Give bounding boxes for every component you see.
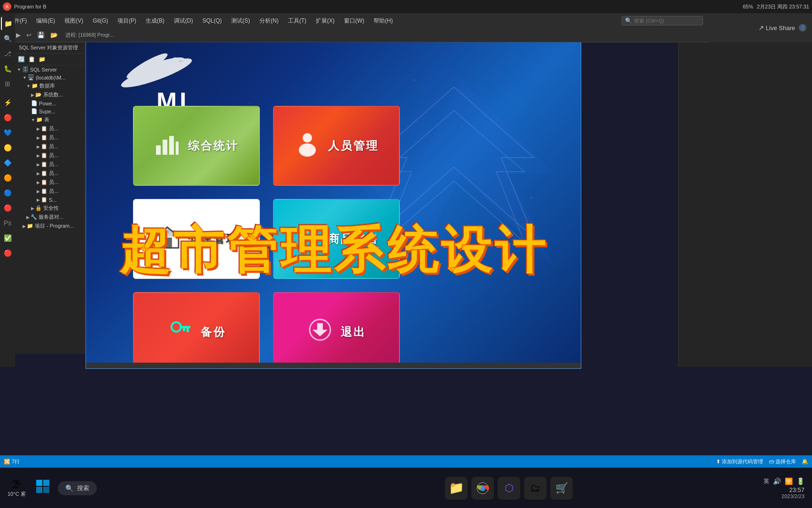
menu-sql[interactable]: SQL(Q) xyxy=(198,16,226,26)
taskbar-app-shop[interactable]: 🛒 xyxy=(550,477,573,500)
tree-item-supe[interactable]: 📄 Supe... xyxy=(15,107,84,115)
backup-button[interactable]: 备份 xyxy=(133,292,260,369)
live-share-bar: ↗ Live Share 👤 xyxy=(709,13,812,42)
tree-row-6[interactable]: ▶ 📋 员... xyxy=(15,169,84,178)
tree-label-supe: Supe... xyxy=(39,109,55,114)
search-input[interactable] xyxy=(634,18,700,24)
menu-analyze[interactable]: 分析(N) xyxy=(255,15,283,27)
tree-row-4[interactable]: ▶ 📋 员... xyxy=(15,151,84,160)
status-bell[interactable]: 🔔 xyxy=(802,459,808,465)
tree-item-tables[interactable]: ▼ 📁 表 xyxy=(15,115,84,124)
sidebar-icon-9[interactable]: ✅ xyxy=(1,231,14,245)
svg-rect-38 xyxy=(36,480,42,486)
tree-item-localdb[interactable]: ▼ 🖥️ (localdb)\M... xyxy=(15,73,84,81)
taskbar-app-vs[interactable]: ⬡ xyxy=(498,477,520,500)
taskbar-search-button[interactable]: 🔍 搜索 xyxy=(58,481,97,495)
tree-item-powe[interactable]: 📄 Powe... xyxy=(15,99,84,107)
personnel-label: 人员管理 xyxy=(328,138,379,153)
taskbar-app-icons: 📁 ⬡ 🗂 🛒 xyxy=(262,477,756,500)
sidebar-icon-4[interactable]: 🟡 xyxy=(1,141,14,154)
tree-item-project[interactable]: ▶ 📁 项目 - Program... xyxy=(15,222,84,230)
volume-icon[interactable]: 🔊 xyxy=(773,477,781,485)
sidebar-icon-extensions[interactable]: ⊞ xyxy=(1,77,14,90)
logout-button[interactable]: 退出 xyxy=(273,292,400,369)
sidebar-icon-6[interactable]: 🟠 xyxy=(1,171,14,184)
live-share-button[interactable]: ↗ Live Share xyxy=(758,24,795,32)
tree-label-tables: 表 xyxy=(44,116,49,123)
sidebar-icon-search[interactable]: 🔍 xyxy=(1,32,14,45)
sidebar-icon-explorer[interactable]: 📁 xyxy=(1,17,14,30)
tree-item-security[interactable]: ▶ 🔒 安全性 xyxy=(15,204,84,213)
svg-rect-41 xyxy=(43,487,49,493)
logout-label: 退出 xyxy=(341,325,366,340)
tree-label-security: 安全性 xyxy=(43,205,59,212)
sidebar-icon-2[interactable]: 🔴 xyxy=(1,111,14,124)
toolbar-open-btn[interactable]: 📂 xyxy=(48,31,60,40)
taskbar-app-chrome[interactable] xyxy=(471,477,494,500)
menu-edit[interactable]: 编辑(E) xyxy=(31,15,60,27)
tree-item-sysdb[interactable]: ▶ 📂 系统数... xyxy=(15,90,84,99)
sql-add-icon[interactable]: 📋 xyxy=(27,56,36,63)
menu-tools[interactable]: 工具(T) xyxy=(283,15,311,27)
stats-button[interactable]: 综合统计 xyxy=(133,106,260,186)
tree-item-databases[interactable]: ▼ 📁 数据库 xyxy=(15,81,84,90)
dialog-scrollbar[interactable] xyxy=(86,363,581,368)
progress-text: 进程: [16968] Progr... xyxy=(65,32,114,39)
tree-row-2[interactable]: ▶ 📋 员... xyxy=(15,133,84,142)
tree-row-s[interactable]: ▶ 📋 S... xyxy=(15,196,84,204)
sidebar-icon-1[interactable]: ⚡ xyxy=(1,96,14,109)
svg-rect-23 xyxy=(169,136,174,155)
user-avatar: 👤 xyxy=(799,24,806,32)
tree-row-1[interactable]: ▶ 📋 员... xyxy=(15,124,84,133)
svg-text:¥: ¥ xyxy=(297,225,309,247)
top-bar-left: B Program for B xyxy=(3,2,46,11)
sidebar-icon-debug[interactable]: 🐛 xyxy=(1,62,14,75)
svg-point-26 xyxy=(299,143,316,157)
sidebar-icon-3[interactable]: 💙 xyxy=(1,126,14,139)
tree-item-sqlserver[interactable]: ▼ 🗄️ SQL Server xyxy=(15,65,84,73)
tree-row-8[interactable]: ▶ 📋 员... xyxy=(15,187,84,196)
taskbar-app-files[interactable]: 🗂 xyxy=(524,477,547,500)
menu-debug[interactable]: 调试(D) xyxy=(169,15,198,27)
sidebar-icon-7[interactable]: 🔵 xyxy=(1,186,14,199)
taskbar-app-explorer[interactable]: 📁 xyxy=(445,477,468,500)
warehouse-button[interactable]: 仓库管理 xyxy=(133,199,260,279)
battery-icon[interactable]: 🔋 xyxy=(796,477,804,485)
tree-row-5[interactable]: ▶ 📋 员... xyxy=(15,160,84,169)
wifi-icon[interactable]: 🛜 xyxy=(785,477,793,485)
menu-window[interactable]: 窗口(W) xyxy=(339,15,369,27)
sales-button[interactable]: ¥ 商品销售 xyxy=(273,199,400,279)
sidebar-icon-git[interactable]: ⎇ xyxy=(1,47,14,60)
vs-search-box[interactable]: 🔍 xyxy=(622,16,703,25)
menu-view[interactable]: 视图(V) xyxy=(60,15,88,27)
status-repo[interactable]: 🗃 选择仓库 xyxy=(769,458,796,465)
menu-git[interactable]: Git(G) xyxy=(88,16,113,26)
sidebar-icon-5[interactable]: 🔷 xyxy=(1,156,14,169)
status-source-control[interactable]: ⬆ 添加到源代码管理 xyxy=(716,458,763,465)
sql-folder-icon[interactable]: 📁 xyxy=(38,56,47,63)
language-icon[interactable]: 英 xyxy=(764,477,769,485)
system-top-bar: B Program for B 65% 2月23日 周四 23:57:31 xyxy=(0,0,812,13)
vs-toolbar: ◀ ▶ ↩ 💾 📂 进程: [16968] Progr... xyxy=(0,28,812,42)
sidebar-icon-ps[interactable]: Ps xyxy=(1,216,14,230)
menu-extend[interactable]: 扩展(X) xyxy=(311,15,339,27)
sidebar-icon-8[interactable]: 🔴 xyxy=(1,201,14,214)
tree-row-7[interactable]: ▶ 📋 员... xyxy=(15,178,84,187)
tree-item-serverobj[interactable]: ▶ 🔧 服务器对... xyxy=(15,213,84,222)
windows-logo-button[interactable] xyxy=(36,480,49,496)
toolbar-save-btn[interactable]: 💾 xyxy=(35,31,47,40)
menu-project[interactable]: 项目(P) xyxy=(113,15,141,27)
button-grid: 综合统计 人员管理 仓库管理 xyxy=(133,106,400,369)
toolbar-undo-btn[interactable]: ↩ xyxy=(24,31,33,40)
sidebar-icon-10[interactable]: 🔴 xyxy=(1,246,14,260)
menu-help[interactable]: 帮助(H) xyxy=(369,15,398,27)
personnel-button[interactable]: 人员管理 xyxy=(273,106,400,186)
toolbar-forward-btn[interactable]: ▶ xyxy=(14,31,23,40)
menu-build[interactable]: 生成(B) xyxy=(141,15,169,27)
tree-row-3[interactable]: ▶ 📋 员... xyxy=(15,142,84,151)
search-icon: 🔍 xyxy=(625,17,632,24)
sql-refresh-icon[interactable]: 🔄 xyxy=(17,56,26,63)
svg-point-12 xyxy=(489,85,527,122)
menu-test[interactable]: 测试(S) xyxy=(226,15,255,27)
taskbar-time-display[interactable]: 23:57 2023/2/23 xyxy=(781,486,804,499)
